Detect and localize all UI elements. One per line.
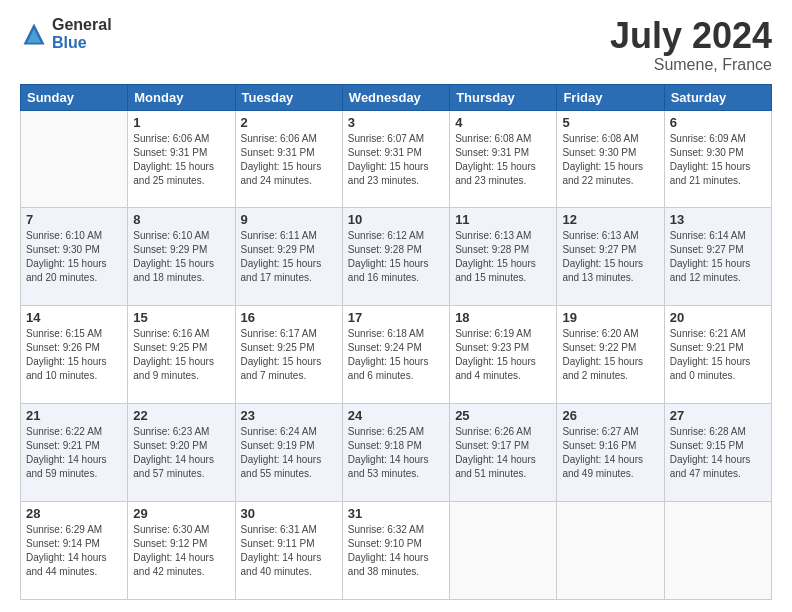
day-info: Sunrise: 6:19 AMSunset: 9:23 PMDaylight:… — [455, 327, 551, 383]
table-row: 9Sunrise: 6:11 AMSunset: 9:29 PMDaylight… — [235, 208, 342, 306]
day-info: Sunrise: 6:27 AMSunset: 9:16 PMDaylight:… — [562, 425, 658, 481]
day-number: 29 — [133, 506, 229, 521]
table-row: 13Sunrise: 6:14 AMSunset: 9:27 PMDayligh… — [664, 208, 771, 306]
table-row: 5Sunrise: 6:08 AMSunset: 9:30 PMDaylight… — [557, 110, 664, 208]
day-info: Sunrise: 6:24 AMSunset: 9:19 PMDaylight:… — [241, 425, 337, 481]
header: General Blue July 2024 Sumene, France — [20, 16, 772, 74]
calendar-week-row: 28Sunrise: 6:29 AMSunset: 9:14 PMDayligh… — [21, 502, 772, 600]
table-row: 4Sunrise: 6:08 AMSunset: 9:31 PMDaylight… — [450, 110, 557, 208]
day-number: 19 — [562, 310, 658, 325]
day-number: 2 — [241, 115, 337, 130]
col-friday: Friday — [557, 84, 664, 110]
day-info: Sunrise: 6:32 AMSunset: 9:10 PMDaylight:… — [348, 523, 444, 579]
day-number: 1 — [133, 115, 229, 130]
table-row: 7Sunrise: 6:10 AMSunset: 9:30 PMDaylight… — [21, 208, 128, 306]
day-info: Sunrise: 6:15 AMSunset: 9:26 PMDaylight:… — [26, 327, 122, 383]
calendar-week-row: 21Sunrise: 6:22 AMSunset: 9:21 PMDayligh… — [21, 404, 772, 502]
day-number: 27 — [670, 408, 766, 423]
table-row: 21Sunrise: 6:22 AMSunset: 9:21 PMDayligh… — [21, 404, 128, 502]
table-row: 2Sunrise: 6:06 AMSunset: 9:31 PMDaylight… — [235, 110, 342, 208]
table-row: 22Sunrise: 6:23 AMSunset: 9:20 PMDayligh… — [128, 404, 235, 502]
col-wednesday: Wednesday — [342, 84, 449, 110]
day-info: Sunrise: 6:29 AMSunset: 9:14 PMDaylight:… — [26, 523, 122, 579]
table-row: 16Sunrise: 6:17 AMSunset: 9:25 PMDayligh… — [235, 306, 342, 404]
table-row: 10Sunrise: 6:12 AMSunset: 9:28 PMDayligh… — [342, 208, 449, 306]
table-row: 27Sunrise: 6:28 AMSunset: 9:15 PMDayligh… — [664, 404, 771, 502]
table-row: 28Sunrise: 6:29 AMSunset: 9:14 PMDayligh… — [21, 502, 128, 600]
col-sunday: Sunday — [21, 84, 128, 110]
day-info: Sunrise: 6:08 AMSunset: 9:31 PMDaylight:… — [455, 132, 551, 188]
table-row: 20Sunrise: 6:21 AMSunset: 9:21 PMDayligh… — [664, 306, 771, 404]
day-number: 15 — [133, 310, 229, 325]
day-number: 20 — [670, 310, 766, 325]
table-row: 11Sunrise: 6:13 AMSunset: 9:28 PMDayligh… — [450, 208, 557, 306]
day-number: 5 — [562, 115, 658, 130]
table-row — [450, 502, 557, 600]
day-number: 9 — [241, 212, 337, 227]
day-info: Sunrise: 6:13 AMSunset: 9:28 PMDaylight:… — [455, 229, 551, 285]
table-row: 23Sunrise: 6:24 AMSunset: 9:19 PMDayligh… — [235, 404, 342, 502]
table-row: 1Sunrise: 6:06 AMSunset: 9:31 PMDaylight… — [128, 110, 235, 208]
table-row: 31Sunrise: 6:32 AMSunset: 9:10 PMDayligh… — [342, 502, 449, 600]
day-number: 13 — [670, 212, 766, 227]
logo-blue: Blue — [52, 34, 112, 52]
logo-general: General — [52, 16, 112, 34]
day-number: 17 — [348, 310, 444, 325]
col-monday: Monday — [128, 84, 235, 110]
logo: General Blue — [20, 16, 112, 51]
day-info: Sunrise: 6:10 AMSunset: 9:29 PMDaylight:… — [133, 229, 229, 285]
day-info: Sunrise: 6:07 AMSunset: 9:31 PMDaylight:… — [348, 132, 444, 188]
day-info: Sunrise: 6:09 AMSunset: 9:30 PMDaylight:… — [670, 132, 766, 188]
table-row: 18Sunrise: 6:19 AMSunset: 9:23 PMDayligh… — [450, 306, 557, 404]
day-info: Sunrise: 6:10 AMSunset: 9:30 PMDaylight:… — [26, 229, 122, 285]
day-number: 24 — [348, 408, 444, 423]
calendar-week-row: 7Sunrise: 6:10 AMSunset: 9:30 PMDaylight… — [21, 208, 772, 306]
table-row: 12Sunrise: 6:13 AMSunset: 9:27 PMDayligh… — [557, 208, 664, 306]
day-number: 21 — [26, 408, 122, 423]
day-info: Sunrise: 6:06 AMSunset: 9:31 PMDaylight:… — [241, 132, 337, 188]
calendar-week-row: 1Sunrise: 6:06 AMSunset: 9:31 PMDaylight… — [21, 110, 772, 208]
day-info: Sunrise: 6:14 AMSunset: 9:27 PMDaylight:… — [670, 229, 766, 285]
day-info: Sunrise: 6:26 AMSunset: 9:17 PMDaylight:… — [455, 425, 551, 481]
day-number: 6 — [670, 115, 766, 130]
day-number: 18 — [455, 310, 551, 325]
day-info: Sunrise: 6:25 AMSunset: 9:18 PMDaylight:… — [348, 425, 444, 481]
calendar-week-row: 14Sunrise: 6:15 AMSunset: 9:26 PMDayligh… — [21, 306, 772, 404]
table-row: 30Sunrise: 6:31 AMSunset: 9:11 PMDayligh… — [235, 502, 342, 600]
table-row: 17Sunrise: 6:18 AMSunset: 9:24 PMDayligh… — [342, 306, 449, 404]
day-number: 16 — [241, 310, 337, 325]
calendar-header-row: Sunday Monday Tuesday Wednesday Thursday… — [21, 84, 772, 110]
day-number: 28 — [26, 506, 122, 521]
day-number: 7 — [26, 212, 122, 227]
day-info: Sunrise: 6:17 AMSunset: 9:25 PMDaylight:… — [241, 327, 337, 383]
table-row: 29Sunrise: 6:30 AMSunset: 9:12 PMDayligh… — [128, 502, 235, 600]
col-tuesday: Tuesday — [235, 84, 342, 110]
day-number: 11 — [455, 212, 551, 227]
day-number: 30 — [241, 506, 337, 521]
table-row: 3Sunrise: 6:07 AMSunset: 9:31 PMDaylight… — [342, 110, 449, 208]
logo-icon — [20, 20, 48, 48]
day-info: Sunrise: 6:18 AMSunset: 9:24 PMDaylight:… — [348, 327, 444, 383]
table-row: 8Sunrise: 6:10 AMSunset: 9:29 PMDaylight… — [128, 208, 235, 306]
day-info: Sunrise: 6:22 AMSunset: 9:21 PMDaylight:… — [26, 425, 122, 481]
day-number: 31 — [348, 506, 444, 521]
col-saturday: Saturday — [664, 84, 771, 110]
day-number: 22 — [133, 408, 229, 423]
day-info: Sunrise: 6:20 AMSunset: 9:22 PMDaylight:… — [562, 327, 658, 383]
day-number: 14 — [26, 310, 122, 325]
table-row: 6Sunrise: 6:09 AMSunset: 9:30 PMDaylight… — [664, 110, 771, 208]
day-number: 8 — [133, 212, 229, 227]
table-row: 26Sunrise: 6:27 AMSunset: 9:16 PMDayligh… — [557, 404, 664, 502]
day-info: Sunrise: 6:28 AMSunset: 9:15 PMDaylight:… — [670, 425, 766, 481]
day-number: 10 — [348, 212, 444, 227]
calendar-table: Sunday Monday Tuesday Wednesday Thursday… — [20, 84, 772, 600]
day-number: 23 — [241, 408, 337, 423]
day-number: 3 — [348, 115, 444, 130]
day-info: Sunrise: 6:13 AMSunset: 9:27 PMDaylight:… — [562, 229, 658, 285]
table-row: 15Sunrise: 6:16 AMSunset: 9:25 PMDayligh… — [128, 306, 235, 404]
day-info: Sunrise: 6:11 AMSunset: 9:29 PMDaylight:… — [241, 229, 337, 285]
logo-text: General Blue — [52, 16, 112, 51]
day-number: 26 — [562, 408, 658, 423]
day-info: Sunrise: 6:08 AMSunset: 9:30 PMDaylight:… — [562, 132, 658, 188]
main-title: July 2024 — [610, 16, 772, 56]
